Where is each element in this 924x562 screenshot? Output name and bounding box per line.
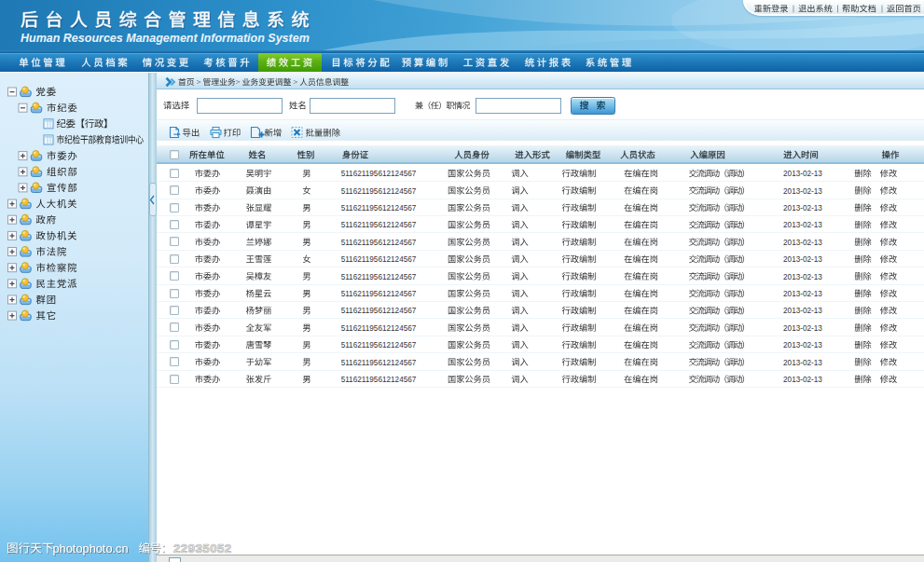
svg-text:22935052: 22935052: [173, 541, 232, 555]
